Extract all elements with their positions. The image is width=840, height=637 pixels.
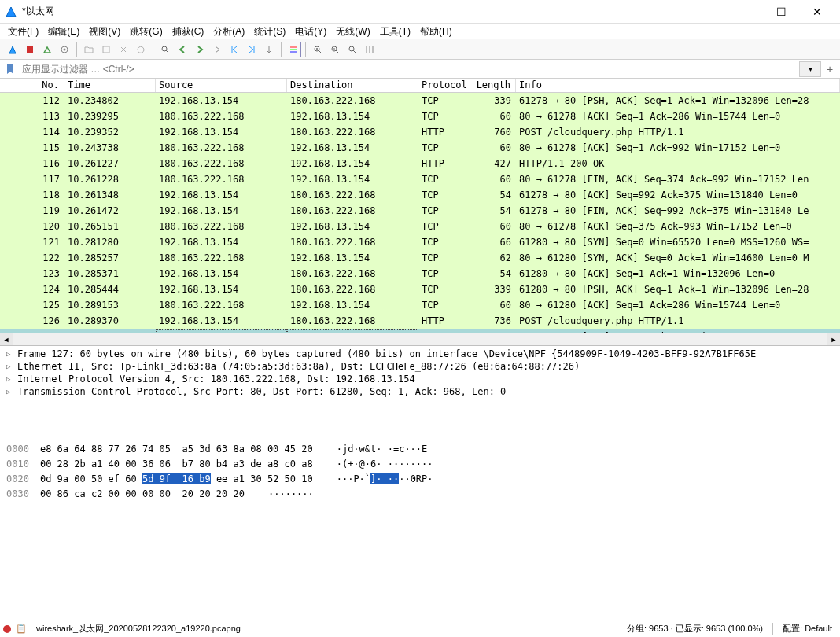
detail-frame: ▷Frame 127: 60 bytes on wire (480 bits),…: [0, 348, 840, 360]
auto-scroll-icon[interactable]: [261, 42, 277, 57]
detail-ip: ▷Internet Protocol Version 4, Src: 180.1…: [0, 373, 840, 385]
scroll-left-icon[interactable]: ◄: [0, 333, 13, 346]
statusbar: 📋 wireshark_以太网_20200528122320_a19220.pc…: [0, 620, 840, 637]
col-no[interactable]: No.: [0, 79, 64, 92]
goto-first-icon[interactable]: [227, 42, 242, 57]
svg-rect-6: [290, 49, 297, 50]
hex-row[interactable]: 00200d 9a 00 50 ef 60 5d 9f 16 b9 ee a1 …: [6, 472, 834, 487]
menu-edit[interactable]: 编辑(E): [48, 25, 79, 39]
expand-icon[interactable]: ▷: [6, 388, 14, 396]
packet-row[interactable]: 11910.261472192.168.13.154180.163.222.16…: [0, 203, 840, 219]
menu-wireless[interactable]: 无线(W): [336, 25, 370, 39]
svg-rect-3: [103, 46, 109, 53]
svg-rect-0: [27, 46, 33, 53]
col-source[interactable]: Source: [156, 79, 287, 92]
start-capture-icon[interactable]: [5, 42, 20, 57]
toolbar: [0, 39, 840, 60]
close-file-icon[interactable]: [116, 42, 131, 57]
resize-columns-icon[interactable]: [362, 42, 378, 57]
filter-expression-button[interactable]: ▾: [799, 61, 821, 77]
packet-row[interactable]: 11210.234802192.168.13.154180.163.222.16…: [0, 93, 840, 109]
menu-file[interactable]: 文件(F): [8, 25, 39, 39]
open-file-icon[interactable]: [81, 42, 97, 57]
reload-icon[interactable]: [133, 42, 149, 57]
colorize-icon[interactable]: [286, 42, 301, 57]
stop-capture-icon[interactable]: [22, 42, 38, 57]
detail-ethernet: ▷Ethernet II, Src: Tp-LinkT_3d:63:8a (74…: [0, 360, 840, 373]
menu-tools[interactable]: 工具(T): [380, 25, 411, 39]
find-packet-icon[interactable]: [157, 42, 173, 57]
packet-row[interactable]: 12510.289153180.163.222.168192.168.13.15…: [0, 297, 840, 313]
menu-help[interactable]: 帮助(H): [420, 25, 452, 39]
hex-row[interactable]: 001000 28 2b a1 40 00 36 06 b7 80 b4 a3 …: [6, 457, 834, 472]
save-file-icon[interactable]: [98, 42, 114, 57]
col-destination[interactable]: Destination: [287, 79, 418, 92]
zoom-reset-icon[interactable]: [344, 42, 360, 57]
col-time[interactable]: Time: [64, 79, 156, 92]
hex-row[interactable]: 0000e8 6a 64 88 77 26 74 05 a5 3d 63 8a …: [6, 442, 834, 457]
titlebar: *以太网 — ☐ ✕: [0, 0, 840, 24]
packet-list-header: No. Time Source Destination Protocol Len…: [0, 79, 840, 93]
capture-file-properties-icon[interactable]: 📋: [16, 624, 27, 634]
bookmark-icon[interactable]: [3, 62, 17, 76]
packet-row[interactable]: 11810.261348192.168.13.154180.163.222.16…: [0, 187, 840, 203]
packet-row[interactable]: 12410.285444192.168.13.154180.163.222.16…: [0, 282, 840, 297]
capture-options-icon[interactable]: [57, 42, 72, 57]
restart-capture-icon[interactable]: [39, 42, 55, 57]
menu-capture[interactable]: 捕获(C): [172, 25, 204, 39]
minimize-button[interactable]: —: [727, 1, 763, 23]
zoom-in-icon[interactable]: [310, 42, 326, 57]
goto-packet-icon[interactable]: [209, 42, 225, 57]
packet-row[interactable]: 11710.261228180.163.222.168192.168.13.15…: [0, 171, 840, 187]
go-back-icon[interactable]: [175, 42, 190, 57]
menu-analyze[interactable]: 分析(A): [213, 25, 245, 39]
maximize-button[interactable]: ☐: [763, 1, 799, 23]
window-title: *以太网: [22, 5, 727, 18]
status-profile[interactable]: 配置: Default: [778, 623, 837, 635]
hex-row[interactable]: 003000 86 ca c2 00 00 00 00 20 20 20 20·…: [6, 487, 834, 502]
packet-row[interactable]: 12710.293079180.163.222.168192.168.13.15…: [0, 329, 840, 333]
status-packets: 分组: 9653 · 已显示: 9653 (100.0%): [622, 623, 768, 635]
packet-row[interactable]: 12610.289370192.168.13.154180.163.222.16…: [0, 313, 840, 329]
col-protocol[interactable]: Protocol: [418, 79, 470, 92]
expand-icon[interactable]: ▷: [6, 375, 14, 383]
packet-row[interactable]: 11610.261227180.163.222.168192.168.13.15…: [0, 156, 840, 171]
packet-row[interactable]: 12010.265151180.163.222.168192.168.13.15…: [0, 219, 840, 234]
packet-row[interactable]: 11410.239352192.168.13.154180.163.222.16…: [0, 124, 840, 140]
app-icon: [5, 6, 17, 18]
menu-view[interactable]: 视图(V): [89, 25, 120, 39]
expert-info-icon[interactable]: [3, 625, 11, 633]
detail-tcp: ▷Transmission Control Protocol, Src Port…: [0, 385, 840, 398]
menu-telephony[interactable]: 电话(Y): [295, 25, 326, 39]
packet-list-body[interactable]: 11210.234802192.168.13.154180.163.222.16…: [0, 93, 840, 333]
filter-bar: ▾ +: [0, 60, 840, 79]
col-length[interactable]: Length: [470, 79, 516, 92]
svg-point-2: [64, 48, 66, 50]
svg-rect-5: [290, 46, 297, 48]
add-filter-button[interactable]: +: [823, 63, 837, 75]
packet-row[interactable]: 11510.243738180.163.222.168192.168.13.15…: [0, 140, 840, 156]
zoom-out-icon[interactable]: [327, 42, 343, 57]
horizontal-scrollbar[interactable]: ◄ ►: [0, 333, 840, 345]
hex-dump-pane[interactable]: 0000e8 6a 64 88 77 26 74 05 a5 3d 63 8a …: [0, 440, 840, 620]
packet-row[interactable]: 12110.281280192.168.13.154180.163.222.16…: [0, 234, 840, 250]
expand-icon[interactable]: ▷: [6, 363, 14, 370]
close-button[interactable]: ✕: [799, 1, 835, 23]
goto-last-icon[interactable]: [244, 42, 260, 57]
svg-rect-7: [290, 51, 297, 53]
scroll-right-icon[interactable]: ►: [827, 333, 840, 346]
packet-row[interactable]: 11310.239295180.163.222.168192.168.13.15…: [0, 109, 840, 124]
packet-row[interactable]: 12210.285257180.163.222.168192.168.13.15…: [0, 250, 840, 266]
col-info[interactable]: Info: [516, 79, 840, 92]
status-file: wireshark_以太网_20200528122320_a19220.pcap…: [31, 623, 612, 635]
menu-go[interactable]: 跳转(G): [130, 25, 162, 39]
go-forward-icon[interactable]: [192, 42, 208, 57]
display-filter-input[interactable]: [19, 61, 798, 77]
menubar: 文件(F) 编辑(E) 视图(V) 跳转(G) 捕获(C) 分析(A) 统计(S…: [0, 24, 840, 39]
window-controls: — ☐ ✕: [727, 1, 835, 23]
packet-list-pane: No. Time Source Destination Protocol Len…: [0, 79, 840, 346]
packet-row[interactable]: 12310.285371192.168.13.154180.163.222.16…: [0, 266, 840, 282]
packet-details-pane[interactable]: ▷Frame 127: 60 bytes on wire (480 bits),…: [0, 346, 840, 440]
menu-statistics[interactable]: 统计(S): [254, 25, 286, 39]
expand-icon[interactable]: ▷: [6, 350, 14, 358]
